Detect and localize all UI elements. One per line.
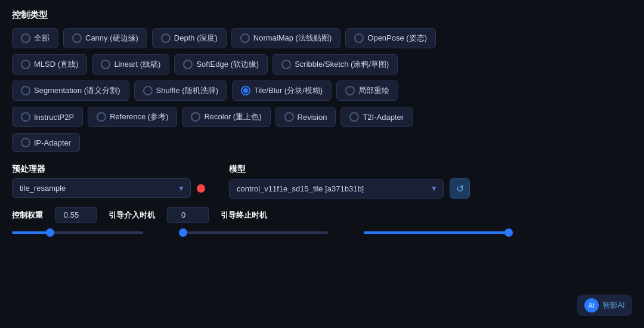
radio-label-canny: Canny (硬边缘) (85, 33, 138, 44)
radio-circle-instructp2p (21, 112, 30, 122)
radio-circle-canny (72, 33, 82, 43)
watermark-label: 智影AI (602, 300, 625, 311)
radio-item-instructp2p[interactable]: InstructP2P (12, 107, 83, 127)
radio-circle-inpaint (345, 86, 355, 95)
radio-label-mlsd: MLSD (直线) (34, 59, 78, 70)
weight-slider[interactable] (12, 231, 143, 234)
radio-item-revision[interactable]: Revision (275, 107, 336, 127)
radio-label-revision: Revision (298, 113, 327, 122)
model-select[interactable]: control_v11f1e_sd15_tile [a371b31b] (229, 179, 444, 199)
end-label: 引导终止时机 (221, 210, 267, 221)
preprocessor-select-wrapper: tile_resample ▼ (12, 178, 191, 198)
radio-circle-recolor (191, 112, 200, 122)
preprocessor-group: 预处理器 tile_resample ▼ (12, 164, 205, 199)
control-type-section: 控制类型 全部Canny (硬边缘)Depth (深度)NormalMap (法… (12, 10, 632, 152)
radio-label-scribble: Scribble/Sketch (涂鸦/草图) (295, 59, 389, 70)
radio-item-tileblur[interactable]: Tile/Blur (分块/模糊) (232, 81, 332, 101)
radio-circle-scribble (281, 60, 291, 69)
radio-label-segmentation: Segmentation (语义分割) (34, 85, 120, 96)
radio-circle-segmentation (21, 86, 30, 95)
model-select-wrapper: control_v11f1e_sd15_tile [a371b31b] ▼ (229, 179, 444, 199)
radio-label-ipadapter: IP-Adapter (34, 138, 71, 147)
radio-row-4: IP-Adapter (12, 133, 632, 152)
start-input[interactable] (167, 207, 209, 223)
radio-item-scribble[interactable]: Scribble/Sketch (涂鸦/草图) (273, 54, 398, 75)
preprocessor-model-row: 预处理器 tile_resample ▼ 模型 control_v11f1e_s… (12, 164, 632, 199)
radio-item-inpaint[interactable]: 局部重绘 (336, 81, 398, 101)
radio-item-normalmap[interactable]: NormalMap (法线贴图) (231, 28, 340, 48)
sliders-track-row (12, 231, 632, 234)
radio-item-canny[interactable]: Canny (硬边缘) (63, 28, 147, 48)
model-group: 模型 control_v11f1e_sd15_tile [a371b31b] ▼… (229, 164, 470, 199)
radio-label-t2i: T2I-Adapter (363, 113, 404, 122)
radio-row-3: InstructP2PReference (参考)Recolor (重上色)Re… (12, 107, 632, 127)
radio-row-2: Segmentation (语义分割)Shuffle (随机洗牌)Tile/Bl… (12, 81, 632, 101)
sliders-row: 控制权重 引导介入时机 引导终止时机 (12, 207, 632, 223)
radio-circle-t2i (349, 112, 359, 122)
radio-label-lineart: Lineart (线稿) (114, 59, 160, 70)
radio-circle-revision (284, 112, 294, 122)
bottom-section: 预处理器 tile_resample ▼ 模型 control_v11f1e_s… (12, 164, 632, 234)
radio-item-ipadapter[interactable]: IP-Adapter (12, 133, 80, 152)
start-label: 引导介入时机 (109, 210, 155, 221)
radio-circle-reference (97, 112, 106, 122)
radio-item-shuffle[interactable]: Shuffle (随机洗牌) (134, 81, 228, 101)
radio-label-tileblur: Tile/Blur (分块/模糊) (254, 85, 323, 96)
radio-item-reference[interactable]: Reference (参考) (88, 107, 177, 127)
radio-circle-ipadapter (21, 138, 30, 147)
weight-input[interactable] (55, 207, 97, 223)
radio-item-depth[interactable]: Depth (深度) (152, 28, 227, 48)
preprocessor-label: 预处理器 (12, 164, 205, 175)
radio-circle-normalmap (240, 33, 250, 43)
model-label: 模型 (229, 164, 470, 175)
refresh-button[interactable]: ↺ (450, 178, 470, 199)
radio-label-shuffle: Shuffle (随机洗牌) (156, 85, 219, 96)
radio-label-normalmap: NormalMap (法线贴图) (253, 33, 332, 44)
radio-item-softedge[interactable]: SoftEdge (软边缘) (174, 54, 268, 75)
start-slider[interactable] (179, 231, 328, 234)
start-control: 引导介入时机 (109, 210, 155, 221)
radio-circle-all (21, 33, 30, 43)
preprocessor-field-row: tile_resample ▼ (12, 178, 205, 198)
radio-item-lineart[interactable]: Lineart (线稿) (92, 54, 169, 75)
radio-item-segmentation[interactable]: Segmentation (语义分割) (12, 81, 129, 101)
radio-label-depth: Depth (深度) (174, 33, 218, 44)
radio-item-all[interactable]: 全部 (12, 28, 58, 48)
watermark: AI 智影AI (577, 295, 632, 316)
radio-circle-tileblur (241, 86, 250, 95)
radio-label-openpose: OpenPose (姿态) (367, 33, 427, 44)
radio-circle-softedge (183, 60, 193, 69)
model-field-row: control_v11f1e_sd15_tile [a371b31b] ▼ ↺ (229, 178, 470, 199)
end-slider[interactable] (364, 231, 513, 234)
end-control: 引导终止时机 (221, 210, 267, 221)
radio-item-mlsd[interactable]: MLSD (直线) (12, 54, 87, 75)
radio-circle-openpose (354, 33, 364, 43)
radio-label-all: 全部 (34, 33, 49, 44)
radio-circle-shuffle (143, 86, 153, 95)
preprocessor-select[interactable]: tile_resample (12, 178, 191, 198)
watermark-icon: AI (584, 298, 599, 312)
weight-control: 控制权重 (12, 210, 43, 221)
radio-circle-lineart (101, 60, 110, 69)
radio-label-reference: Reference (参考) (110, 112, 168, 122)
radio-item-t2i[interactable]: T2I-Adapter (340, 107, 413, 127)
radio-item-openpose[interactable]: OpenPose (姿态) (345, 28, 436, 48)
radio-label-instructp2p: InstructP2P (34, 113, 74, 122)
radio-item-recolor[interactable]: Recolor (重上色) (182, 107, 270, 127)
radio-circle-depth (161, 33, 171, 43)
error-indicator (197, 184, 205, 193)
radio-label-softedge: SoftEdge (软边缘) (196, 59, 259, 70)
radio-row-1: MLSD (直线)Lineart (线稿)SoftEdge (软边缘)Scrib… (12, 54, 632, 75)
radio-circle-mlsd (21, 60, 30, 69)
weight-label: 控制权重 (12, 210, 43, 221)
section-title: 控制类型 (12, 10, 632, 21)
radio-grid: 全部Canny (硬边缘)Depth (深度)NormalMap (法线贴图)O… (12, 28, 632, 152)
radio-label-recolor: Recolor (重上色) (204, 112, 261, 122)
radio-row-0: 全部Canny (硬边缘)Depth (深度)NormalMap (法线贴图)O… (12, 28, 632, 48)
radio-label-inpaint: 局部重绘 (358, 85, 389, 96)
